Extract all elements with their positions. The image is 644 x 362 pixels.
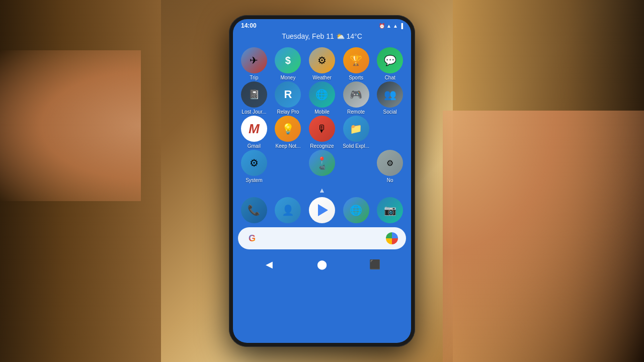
dock-app-play[interactable]	[306, 197, 338, 223]
app-empty2	[272, 150, 304, 183]
app-icon-gmail: M	[241, 116, 267, 142]
dock-icon-play	[309, 197, 335, 223]
app-grid-row3: M Gmail 💡 Keep Not... 🎙 Recognize 📁	[233, 115, 411, 149]
dock-app-browser[interactable]: 🌐	[340, 197, 372, 223]
app-icon-social: 👥	[377, 81, 403, 108]
app-label-money: Money	[280, 75, 295, 80]
app-icon-trip: ✈	[241, 47, 267, 73]
app-label-solidexpl: Solid Expl...	[343, 143, 369, 149]
app-label-recognize: Recognize	[310, 143, 334, 149]
app-icon-recognize: 🎙	[309, 116, 335, 142]
app-empty1	[374, 116, 406, 149]
date-weather-bar: Tuesday, Feb 11 ⛅ 14°C	[233, 30, 411, 45]
app-label-gmail: Gmail	[248, 143, 261, 149]
app-label-weather: Weather	[312, 75, 332, 80]
dock-icon-contacts: 👤	[275, 197, 301, 223]
empty-slot-3	[343, 150, 369, 176]
phone-device: 14:00 ⏰ ▲ ▲ ▐ Tuesday, Feb 11 ⛅ 14°C ✈ T…	[229, 15, 415, 347]
app-grid-row2: 📓 Lost Jour... R Relay Pro 🌐 Mobile 🎮	[233, 80, 411, 115]
app-remote[interactable]: 🎮 Remote	[340, 81, 372, 115]
app-weather[interactable]: ⚙ Weather	[306, 47, 338, 80]
gmail-letter: M	[249, 121, 260, 137]
swipe-up-arrow: ▲	[318, 186, 326, 194]
alarm-icon: ⏰	[379, 23, 385, 29]
dock-icon-phone: 📞	[241, 197, 267, 223]
app-icon-solidexpl: 📁	[343, 116, 369, 142]
home-button[interactable]: ⬤	[313, 255, 331, 274]
app-lostjour[interactable]: 📓 Lost Jour...	[238, 81, 270, 115]
app-empty3	[340, 150, 372, 183]
empty-slot-1	[377, 116, 403, 142]
dock-icon-browser: 🌐	[343, 197, 369, 223]
app-label-chat: Chat	[385, 75, 395, 80]
app-keepnotes[interactable]: 💡 Keep Not...	[272, 116, 304, 149]
app-label-lostjour: Lost Jour...	[242, 109, 266, 115]
app-relaypro[interactable]: R Relay Pro	[272, 81, 304, 115]
app-trip[interactable]: ✈ Trip	[238, 47, 270, 80]
app-icon-sports: 🏆	[343, 47, 369, 73]
empty-slot-2	[275, 150, 301, 176]
app-money[interactable]: $ Money	[272, 47, 304, 80]
app-no[interactable]: ⚙ No	[374, 150, 406, 183]
recents-button[interactable]: ⬛	[366, 255, 384, 274]
app-icon-weather: ⚙	[309, 47, 335, 73]
app-icon-remote: 🎮	[343, 81, 369, 108]
app-icon-keepnotes: 💡	[275, 116, 301, 142]
app-gmail[interactable]: M Gmail	[238, 116, 270, 149]
wifi-icon: ▲	[386, 23, 391, 29]
app-label-remote: Remote	[347, 109, 365, 115]
status-bar: 14:00 ⏰ ▲ ▲ ▐	[233, 19, 411, 30]
app-icon-maps-folder: 📍 📹	[309, 150, 335, 176]
app-grid-row4: ⚙ System 📍 📹 ⚙ No	[233, 149, 411, 183]
dock-app-camera[interactable]: 📷	[374, 197, 406, 223]
dock-app-phone[interactable]: 📞	[238, 197, 270, 223]
back-button[interactable]: ◀	[260, 255, 278, 274]
app-maps-folder[interactable]: 📍 📹	[306, 150, 338, 183]
play-triangle-icon	[318, 204, 328, 216]
recents-icon: ⬛	[369, 259, 380, 270]
app-label-system: System	[246, 177, 262, 183]
app-label-keepnotes: Keep Not...	[275, 143, 300, 149]
app-label-sports: Sports	[349, 75, 363, 80]
page-indicator: ▲	[233, 183, 411, 195]
app-system[interactable]: ⚙ System	[238, 150, 270, 183]
phone-screen: 14:00 ⏰ ▲ ▲ ▐ Tuesday, Feb 11 ⛅ 14°C ✈ T…	[233, 19, 411, 343]
app-icon-no: ⚙	[377, 150, 403, 176]
nav-bar: ◀ ⬤ ⬛	[233, 252, 411, 279]
google-logo: G	[246, 232, 258, 244]
status-icons: ⏰ ▲ ▲ ▐	[379, 23, 403, 29]
google-assistant-icon[interactable]	[386, 232, 398, 244]
app-social[interactable]: 👥 Social	[374, 81, 406, 115]
app-icon-money: $	[275, 47, 301, 73]
search-bar[interactable]: G	[238, 227, 406, 249]
app-label-relaypro: Relay Pro	[277, 109, 299, 115]
app-icon-relaypro: R	[275, 81, 301, 108]
app-label-social: Social	[383, 109, 397, 115]
app-label-mobile: Mobile	[314, 109, 329, 115]
dock-icon-camera: 📷	[377, 197, 403, 223]
hand-left	[0, 50, 141, 201]
app-label-trip: Trip	[250, 75, 258, 80]
app-sports[interactable]: 🏆 Sports	[340, 47, 372, 80]
back-icon: ◀	[266, 259, 273, 270]
app-solidexpl[interactable]: 📁 Solid Expl...	[340, 116, 372, 149]
dock-row: 📞 👤 🌐 📷	[233, 195, 411, 227]
app-grid-row1: ✈ Trip $ Money ⚙ Weather 🏆 Sport	[233, 45, 411, 80]
app-icon-system: ⚙	[241, 150, 267, 176]
battery-icon: ▐	[399, 23, 403, 29]
app-chat[interactable]: 💬 Chat	[374, 47, 406, 80]
app-recognize[interactable]: 🎙 Recognize	[306, 116, 338, 149]
signal-icon: ▲	[393, 23, 398, 29]
app-icon-lostjour: 📓	[241, 81, 267, 108]
home-icon: ⬤	[317, 259, 327, 270]
app-icon-mobile: 🌐	[309, 81, 335, 108]
hand-right	[443, 111, 644, 362]
app-icon-chat: 💬	[377, 47, 403, 73]
dock-app-contacts[interactable]: 👤	[272, 197, 304, 223]
app-label-no: No	[387, 177, 393, 183]
app-mobile[interactable]: 🌐 Mobile	[306, 81, 338, 115]
status-time: 14:00	[241, 22, 257, 29]
